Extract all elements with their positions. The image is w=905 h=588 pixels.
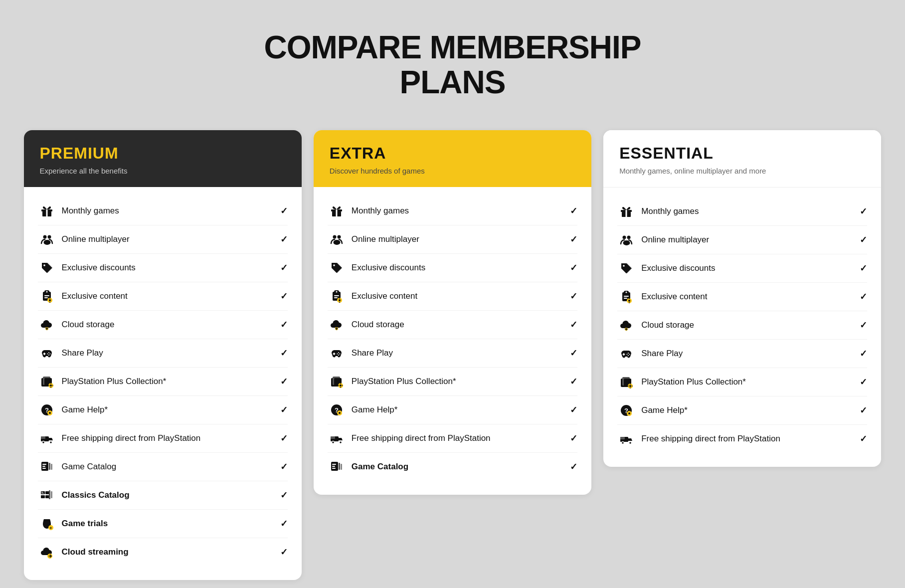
svg-point-62 [337, 235, 341, 238]
svg-point-4 [47, 235, 51, 238]
svg-rect-145 [620, 437, 625, 439]
plans-container: PREMIUMExperience all the benefits Month… [24, 130, 882, 580]
svg-rect-47 [41, 491, 45, 494]
svg-point-143 [622, 441, 624, 444]
plan-card-extra[interactable]: EXTRADiscover hundreds of games Monthly … [314, 130, 591, 495]
svg-point-126 [629, 354, 630, 355]
svg-point-10 [46, 291, 47, 292]
svg-point-39 [49, 441, 52, 443]
feature-label: Exclusive content [352, 291, 566, 301]
feature-label: PlayStation Plus Collection* [352, 377, 566, 387]
shipping-icon [617, 430, 635, 448]
feature-row: Share Play✓ [617, 340, 867, 368]
plan-card-premium[interactable]: PREMIUMExperience all the benefits Month… [24, 130, 302, 580]
feature-checkmark: ✓ [280, 490, 288, 501]
feature-checkmark: ✓ [570, 262, 577, 273]
svg-point-21 [49, 353, 50, 354]
feature-checkmark: ✓ [280, 291, 288, 302]
svg-rect-120 [629, 298, 630, 299]
svg-rect-77 [333, 353, 335, 354]
svg-point-128 [627, 354, 628, 355]
svg-rect-121 [629, 302, 630, 303]
feature-row: Free shipping direct from PlayStation✓ [617, 425, 867, 453]
feature-checkmark: ✓ [860, 206, 867, 217]
svg-rect-102 [332, 464, 336, 465]
feature-checkmark: ✓ [860, 433, 867, 444]
svg-point-94 [339, 412, 341, 414]
feature-checkmark: ✓ [280, 433, 288, 444]
plan-body-premium: Monthly games✓ Online multiplayer✓ Exclu… [24, 187, 302, 580]
svg-point-79 [339, 353, 340, 354]
feature-label: Online multiplayer [62, 234, 276, 244]
svg-rect-70 [334, 297, 338, 298]
page-title: COMPARE MEMBERSHIP PLANS [264, 30, 641, 100]
plan-subtitle-essential: Monthly games, online multiplayer and mo… [619, 167, 865, 175]
svg-point-23 [47, 353, 48, 354]
feature-label: Game Help* [62, 405, 276, 415]
help-icon: ? [617, 401, 635, 419]
cloud-icon [328, 316, 346, 334]
svg-point-3 [43, 235, 46, 238]
feature-label: PlayStation Plus Collection* [62, 377, 276, 387]
feature-label: Exclusive discounts [352, 263, 566, 273]
feature-row: Exclusive discounts✓ [617, 254, 867, 283]
svg-rect-11 [44, 295, 49, 296]
svg-rect-45 [42, 466, 45, 467]
svg-rect-100 [339, 463, 340, 470]
svg-point-5 [43, 240, 50, 245]
svg-point-7 [43, 264, 45, 266]
plan-name-essential: ESSENTIAL [619, 144, 865, 163]
feature-row: Exclusive discounts✓ [328, 254, 577, 282]
svg-rect-90 [342, 385, 343, 386]
svg-point-81 [337, 353, 338, 354]
gift-icon [328, 202, 346, 220]
feature-label: Monthly games [352, 206, 566, 216]
svg-point-72 [339, 299, 341, 301]
svg-rect-30 [50, 387, 51, 388]
feature-label: Exclusive discounts [62, 263, 276, 273]
exclusive-icon [38, 287, 56, 305]
feature-checkmark: ✓ [860, 377, 867, 388]
tag-icon [328, 259, 346, 277]
plan-header-extra: EXTRADiscover hundreds of games [314, 130, 591, 187]
trials-icon: + [38, 515, 56, 533]
feature-label: Cloud storage [352, 320, 566, 330]
feature-row: Online multiplayer✓ [38, 225, 288, 254]
feature-checkmark: ✓ [280, 404, 288, 415]
feature-row: Cloud storage✓ [328, 311, 577, 339]
feature-checkmark: ✓ [860, 320, 867, 331]
feature-row: Game Catalog✓ [328, 453, 577, 481]
svg-rect-43 [51, 464, 52, 470]
svg-rect-44 [42, 464, 46, 465]
multiplayer-icon [617, 231, 635, 249]
feature-label: Share Play [62, 348, 276, 358]
svg-rect-19 [43, 353, 45, 354]
svg-point-133 [629, 385, 631, 387]
feature-checkmark: ✓ [570, 348, 577, 359]
feature-checkmark: ✓ [570, 433, 577, 444]
svg-rect-135 [630, 388, 631, 389]
feature-label: PlayStation Plus Collection* [641, 377, 856, 387]
svg-point-63 [333, 240, 340, 245]
svg-rect-31 [48, 385, 49, 386]
feature-checkmark: ✓ [280, 376, 288, 387]
feature-label: Exclusive content [62, 291, 276, 301]
feature-label: Game Catalog [352, 462, 566, 472]
feature-row: Exclusive content✓ [328, 282, 577, 311]
svg-rect-15 [49, 298, 50, 299]
collection-icon [328, 373, 346, 391]
feature-checkmark: ✓ [570, 376, 577, 387]
svg-point-20 [48, 352, 49, 353]
plan-card-essential[interactable]: ESSENTIALMonthly games, online multiplay… [603, 130, 881, 467]
svg-rect-52 [51, 491, 52, 498]
svg-rect-51 [49, 490, 50, 499]
feature-row: Exclusive discounts✓ [38, 254, 288, 282]
classics-icon [38, 486, 56, 504]
svg-point-68 [336, 291, 337, 292]
feature-row: Cloud storage✓ [38, 311, 288, 339]
plan-header-premium: PREMIUMExperience all the benefits [24, 130, 302, 187]
feature-checkmark: ✓ [860, 291, 867, 302]
feature-checkmark: ✓ [280, 518, 288, 529]
svg-point-144 [629, 441, 632, 444]
feature-label: Share Play [352, 348, 566, 358]
